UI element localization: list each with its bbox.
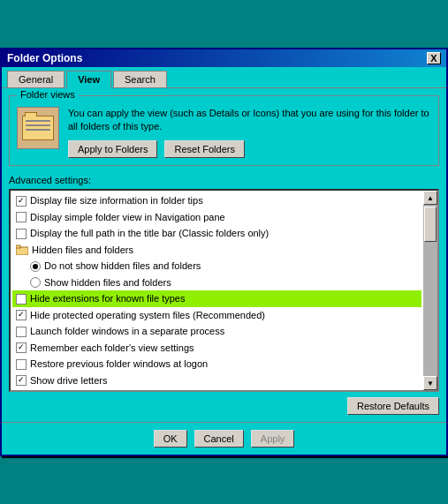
apply-to-folders-button[interactable]: Apply to Folders [68,140,157,158]
list-item-label: Display file size information in folder … [30,193,203,208]
list-item-label: Do not show hidden files and folders [44,259,201,274]
list-item-label: Show drive letters [30,373,107,388]
bottom-buttons: OK Cancel Apply [2,422,446,455]
checkbox-icon[interactable] [16,212,27,222]
list-item-label: Hide protected operating system files (R… [30,308,265,323]
tabs-bar: General View Search [2,67,446,87]
radio-icon[interactable] [30,277,41,288]
title-bar: Folder Options X [2,49,446,67]
list-item-label: Display the full path in the title bar (… [30,226,269,241]
tab-general[interactable]: General [7,71,65,87]
list-item-label: Launch folder windows in a separate proc… [30,324,224,339]
list-item-label: Hidden files and folders [32,243,133,258]
radio-icon[interactable] [30,261,41,272]
window-title: Folder Options [7,52,82,64]
folder-views-label: Folder views [17,89,79,100]
list-item[interactable]: Restore previous folder windows at logon [12,356,421,372]
svg-rect-1 [16,245,20,248]
checkbox-icon[interactable] [16,375,27,386]
list-item[interactable]: Show encrypted or compressed NTFS files … [12,388,421,390]
list-item-label: Show hidden files and folders [44,275,171,290]
main-content: Folder views You can apply the view (suc… [2,87,446,423]
scrollbar-thumb[interactable] [424,207,437,242]
scroll-down-arrow[interactable]: ▼ [423,376,437,390]
checkbox-icon[interactable] [16,196,27,207]
list-item[interactable]: Show drive letters [12,372,421,389]
close-button[interactable]: X [427,52,441,64]
checkbox-icon[interactable] [16,229,27,239]
list-item[interactable]: Show hidden files and folders [12,275,421,291]
restore-defaults-button[interactable]: Restore Defaults [347,397,439,415]
advanced-label: Advanced settings: [9,175,439,185]
ok-button[interactable]: OK [154,430,187,448]
list-item[interactable]: Remember each folder's view settings [12,340,421,357]
restore-defaults-row: Restore Defaults [9,397,439,415]
checkbox-icon[interactable] [16,294,27,305]
folder-views-group: Folder views You can apply the view (suc… [9,95,439,167]
scrollbar[interactable]: ▲ ▼ [423,191,437,390]
folder-buttons: Apply to Folders Reset Folders [68,140,431,158]
list-item[interactable]: Do not show hidden files and folders [12,258,421,275]
checkbox-icon[interactable] [16,310,27,320]
advanced-list: Display file size information in folder … [9,189,439,392]
checkbox-icon[interactable] [16,359,27,370]
tab-view[interactable]: View [66,71,111,88]
list-item-label: Remember each folder's view settings [30,341,194,356]
list-item[interactable]: Display simple folder view in Navigation… [12,209,421,226]
tab-search[interactable]: Search [113,71,167,87]
folder-views-description: You can apply the view (such as Details … [68,107,431,134]
list-item-label: Show encrypted or compressed NTFS files … [30,389,249,390]
folder-views-right: You can apply the view (such as Details … [68,107,431,159]
scrollbar-track[interactable] [423,205,437,376]
reset-folders-button[interactable]: Reset Folders [164,140,244,158]
list-item[interactable]: Display file size information in folder … [12,192,421,209]
list-inner[interactable]: Display file size information in folder … [11,191,423,390]
apply-button[interactable]: Apply [251,430,295,448]
folder-views-inner: You can apply the view (such as Details … [17,107,431,159]
list-item-label: Restore previous folder windows at logon [30,357,208,372]
folder-icon [17,107,59,149]
list-item-label: Hide extensions for known file types [30,291,185,306]
list-item[interactable]: Launch folder windows in a separate proc… [12,323,421,340]
scroll-up-arrow[interactable]: ▲ [423,191,437,205]
list-item-highlighted[interactable]: Hide extensions for known file types [12,290,421,307]
list-item-folder-category: Hidden files and folders [12,242,421,259]
checkbox-icon[interactable] [16,327,27,337]
list-item[interactable]: Hide protected operating system files (R… [12,307,421,324]
list-item-label: Display simple folder view in Navigation… [30,210,225,225]
folder-options-window: Folder Options X General View Search Fol… [0,48,448,457]
cancel-button[interactable]: Cancel [194,430,244,448]
folder-small-icon [16,244,28,255]
checkbox-icon[interactable] [16,342,27,353]
list-item[interactable]: Display the full path in the title bar (… [12,225,421,242]
